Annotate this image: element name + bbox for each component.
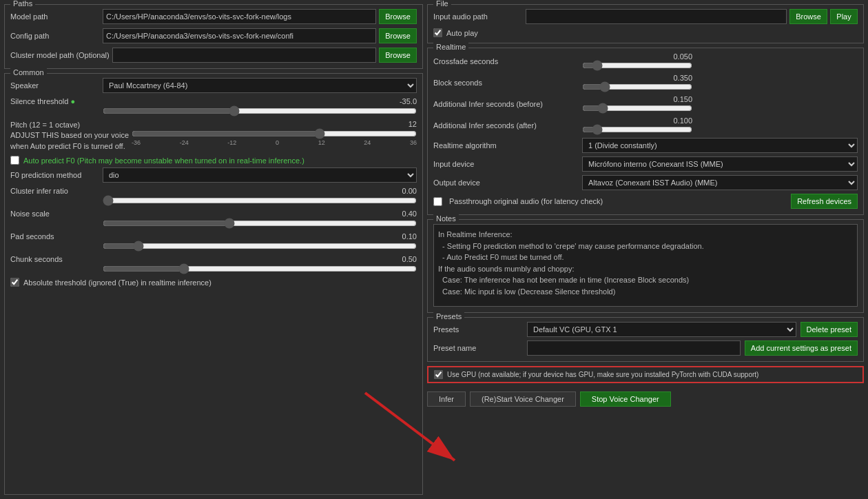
passthrough-label: Passthrough original audio (for latency … <box>449 197 787 205</box>
presets-title: Presets <box>433 312 464 320</box>
pitch-labels: -36-24-120122436 <box>132 139 417 146</box>
rt-algo-select[interactable]: 1 (Divide constantly) 2 (Sola) <box>582 138 858 153</box>
auto-predict-checkbox[interactable] <box>10 156 19 165</box>
pitch-value: 12 <box>132 120 417 128</box>
block-slider[interactable] <box>582 82 692 92</box>
noise-scale-value: 0.40 <box>103 210 417 218</box>
rt-algo-label: Realtime algorithm <box>433 141 578 150</box>
cluster-ratio-value: 0.00 <box>103 187 417 195</box>
pitch-slider[interactable] <box>132 129 417 139</box>
input-device-select[interactable]: Micrófono interno (Conexant ISS (MME) <box>582 156 858 172</box>
model-path-input[interactable] <box>103 9 376 24</box>
pad-seconds-slider[interactable] <box>103 241 417 251</box>
crossfade-label: Crossfade seconds <box>433 57 578 65</box>
common-group: Common Speaker Paul Mccartney (64-84) Si… <box>4 73 423 495</box>
absolute-threshold-row: Absolute threshold (ignored (True) in re… <box>10 278 417 287</box>
gpu-checkbox[interactable] <box>434 370 443 379</box>
start-voice-changer-button[interactable]: (Re)Start Voice Changer <box>470 391 576 407</box>
cluster-path-label: Cluster model path (Optional) <box>10 51 110 59</box>
input-audio-input[interactable] <box>526 9 787 24</box>
cluster-ratio-slider[interactable] <box>103 196 417 205</box>
pitch-label-block: Pitch (12 = 1 octave) ADJUST THIS based … <box>10 120 129 152</box>
infer-after-label: Additional Infer seconds (after) <box>433 121 578 130</box>
chunk-seconds-label: Chunk seconds <box>10 255 100 263</box>
input-audio-label: Input audio path <box>433 12 523 21</box>
f0-method-select[interactable]: diocrepeharvestpm <box>103 167 417 183</box>
common-title: Common <box>10 68 47 77</box>
speaker-label: Speaker <box>10 81 100 90</box>
auto-play-label: Auto play <box>446 29 478 37</box>
paths-group: Paths Model path Browse Config path Brow… <box>4 4 423 69</box>
notes-group: Notes In Realtime Inference: - Setting F… <box>427 219 864 313</box>
presets-group: Presets Presets Default VC (GPU, GTX 1 D… <box>427 317 864 362</box>
preset-name-input[interactable] <box>527 340 741 356</box>
input-device-label: Input device <box>433 160 578 168</box>
cluster-path-input[interactable] <box>112 48 376 63</box>
gpu-label: Use GPU (not available; if your device h… <box>447 371 758 378</box>
realtime-title: Realtime <box>433 43 468 51</box>
absolute-threshold-label: Absolute threshold (ignored (True) in re… <box>23 278 211 287</box>
output-device-select[interactable]: Altavoz (Conexant ISST Audio) (MME) <box>582 175 858 190</box>
auto-predict-label: Auto predict F0 (Pitch may become unstab… <box>23 156 304 165</box>
presets-label: Presets <box>433 325 523 334</box>
speaker-select[interactable]: Paul Mccartney (64-84) <box>103 78 417 93</box>
audio-browse-button[interactable]: Browse <box>789 9 827 24</box>
silence-threshold-value: -35.0 <box>103 97 417 105</box>
pad-seconds-label: Pad seconds <box>10 232 100 241</box>
add-preset-button[interactable]: Add current settings as preset <box>745 340 858 356</box>
model-browse-button[interactable]: Browse <box>379 9 417 24</box>
silence-threshold-slider[interactable] <box>103 106 417 116</box>
passthrough-checkbox[interactable] <box>433 197 442 206</box>
stop-voice-changer-button[interactable]: Stop Voice Changer <box>580 391 671 407</box>
crossfade-slider[interactable] <box>582 61 692 70</box>
infer-before-label: Additional Infer seconds (before) <box>433 100 578 108</box>
realtime-group: Realtime Crossfade seconds 0.050 Block s… <box>427 48 864 215</box>
config-path-input[interactable] <box>103 28 376 43</box>
auto-play-checkbox[interactable] <box>433 28 442 37</box>
infer-before-slider[interactable] <box>582 103 692 113</box>
model-path-label: Model path <box>10 12 100 21</box>
pad-seconds-value: 0.10 <box>103 232 417 241</box>
silence-threshold-label: Silence threshold ● <box>10 97 100 105</box>
file-title: File <box>433 0 451 8</box>
presets-select[interactable]: Default VC (GPU, GTX 1 <box>527 322 796 337</box>
infer-button[interactable]: Infer <box>427 391 466 407</box>
file-group: File Input audio path Browse Play Auto p… <box>427 4 864 43</box>
refresh-devices-button[interactable]: Refresh devices <box>791 194 858 209</box>
config-browse-button[interactable]: Browse <box>379 28 417 43</box>
cluster-ratio-label: Cluster infer ratio <box>10 187 100 195</box>
config-path-label: Config path <box>10 32 100 40</box>
preset-name-label: Preset name <box>433 344 523 352</box>
infer-after-slider[interactable] <box>582 125 692 134</box>
play-button[interactable]: Play <box>830 9 858 24</box>
cluster-browse-button[interactable]: Browse <box>379 48 417 63</box>
delete-preset-button[interactable]: Delete preset <box>800 322 858 337</box>
chunk-seconds-value: 0.50 <box>103 255 417 263</box>
paths-title: Paths <box>10 0 35 8</box>
output-device-label: Output device <box>433 179 578 187</box>
notes-content: In Realtime Inference: - Setting F0 pred… <box>433 224 858 307</box>
noise-scale-label: Noise scale <box>10 210 100 218</box>
absolute-threshold-checkbox[interactable] <box>10 278 19 287</box>
gpu-row: Use GPU (not available; if your device h… <box>427 366 864 383</box>
chunk-seconds-slider[interactable] <box>103 264 417 274</box>
noise-scale-slider[interactable] <box>103 218 417 228</box>
auto-predict-row: Auto predict F0 (Pitch may become unstab… <box>10 156 417 165</box>
notes-title: Notes <box>433 214 459 223</box>
f0-method-label: F0 prediction method <box>10 171 100 179</box>
block-label: Block seconds <box>433 79 578 87</box>
